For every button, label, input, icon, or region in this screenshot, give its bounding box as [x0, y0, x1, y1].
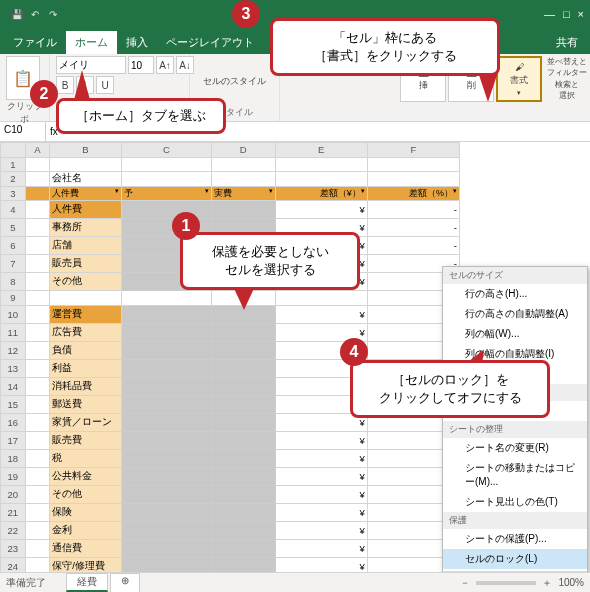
cell[interactable] — [212, 521, 276, 539]
cell[interactable] — [25, 237, 50, 255]
cell[interactable]: その他 — [50, 485, 122, 503]
cell[interactable]: 利益 — [50, 359, 122, 377]
cell[interactable]: 事務所 — [50, 219, 122, 237]
cell[interactable] — [25, 449, 50, 467]
cell[interactable]: 差額（%）▾ — [367, 186, 459, 201]
cell[interactable] — [212, 539, 276, 557]
cell[interactable] — [121, 467, 211, 485]
cell[interactable]: ¥ — [275, 485, 367, 503]
cell[interactable]: ¥ — [275, 305, 367, 323]
font-name-select[interactable] — [56, 56, 126, 74]
cell[interactable]: 保守/修理費 — [50, 557, 122, 572]
cell[interactable] — [50, 291, 122, 306]
row-header[interactable]: 11 — [1, 323, 26, 341]
cell[interactable] — [121, 503, 211, 521]
row-header[interactable]: 16 — [1, 413, 26, 431]
cell[interactable] — [25, 431, 50, 449]
bold-button[interactable]: B — [56, 76, 74, 94]
row-header[interactable]: 22 — [1, 521, 26, 539]
cell[interactable] — [212, 395, 276, 413]
cell[interactable]: 負債 — [50, 341, 122, 359]
cell[interactable] — [25, 485, 50, 503]
cell[interactable] — [275, 291, 367, 306]
underline-button[interactable]: U — [96, 76, 114, 94]
zoom-in-button[interactable]: ＋ — [542, 576, 552, 590]
increase-font-icon[interactable]: A↑ — [156, 56, 174, 74]
cell[interactable] — [121, 431, 211, 449]
row-header[interactable]: 7 — [1, 255, 26, 273]
row-header[interactable]: 1 — [1, 157, 26, 172]
table-row[interactable]: 17販売費¥- — [1, 431, 460, 449]
row-header[interactable]: 6 — [1, 237, 26, 255]
share-button[interactable]: 共有 — [548, 31, 586, 54]
cell-styles-button[interactable]: セルのスタイル — [203, 75, 266, 88]
table-row[interactable]: 10運営費¥- — [1, 305, 460, 323]
cell[interactable] — [367, 172, 459, 187]
cell[interactable] — [25, 172, 50, 187]
cell[interactable] — [121, 449, 211, 467]
table-row[interactable]: 21保険¥- — [1, 503, 460, 521]
cell[interactable]: その他 — [50, 273, 122, 291]
cell[interactable] — [121, 377, 211, 395]
cell[interactable] — [25, 557, 50, 572]
cell[interactable] — [25, 291, 50, 306]
cell[interactable] — [25, 157, 50, 172]
cell[interactable] — [121, 359, 211, 377]
cell[interactable] — [25, 359, 50, 377]
row-header[interactable]: 19 — [1, 467, 26, 485]
menu-move-copy-sheet[interactable]: シートの移動またはコピー(M)... — [443, 458, 587, 492]
cell[interactable] — [212, 467, 276, 485]
row-header[interactable]: 13 — [1, 359, 26, 377]
find-select-button[interactable]: 検索と 選択 — [544, 79, 590, 101]
close-button[interactable]: × — [578, 8, 584, 20]
cell[interactable]: 実費▾ — [212, 186, 276, 201]
menu-autofit-row[interactable]: 行の高さの自動調整(A) — [443, 304, 587, 324]
row-header[interactable]: 15 — [1, 395, 26, 413]
cell[interactable]: ¥ — [275, 503, 367, 521]
row-header[interactable]: 24 — [1, 557, 26, 572]
select-all-corner[interactable] — [1, 143, 26, 158]
format-cell-button[interactable]: 🖌書式▾ — [496, 56, 542, 102]
cell[interactable] — [25, 323, 50, 341]
cell[interactable] — [121, 305, 211, 323]
zoom-slider[interactable] — [476, 581, 536, 585]
table-row[interactable]: 23通信費¥- — [1, 539, 460, 557]
cell[interactable] — [121, 291, 211, 306]
row-header[interactable]: 10 — [1, 305, 26, 323]
cell[interactable] — [121, 201, 211, 219]
maximize-button[interactable]: □ — [563, 8, 570, 20]
cell[interactable]: 通信費 — [50, 539, 122, 557]
cell[interactable] — [25, 255, 50, 273]
col-d[interactable]: D — [212, 143, 276, 158]
cell[interactable] — [25, 201, 50, 219]
cell[interactable] — [25, 186, 50, 201]
spreadsheet-grid[interactable]: A B C D E F 12会社名3人件費▾予▾実費▾差額（¥）▾差額（%）▾4… — [0, 142, 460, 572]
table-row[interactable]: 3人件費▾予▾実費▾差額（¥）▾差額（%）▾ — [1, 186, 460, 201]
cell[interactable]: ¥ — [275, 431, 367, 449]
table-row[interactable]: 22金利¥- — [1, 521, 460, 539]
cell[interactable] — [212, 557, 276, 572]
cell[interactable] — [121, 557, 211, 572]
cell[interactable]: ¥ — [275, 557, 367, 572]
cell[interactable]: 消耗品費 — [50, 377, 122, 395]
cell[interactable] — [212, 377, 276, 395]
cell[interactable] — [50, 157, 122, 172]
cell[interactable] — [25, 377, 50, 395]
row-header[interactable]: 21 — [1, 503, 26, 521]
sheet-tab-active[interactable]: 経費 — [66, 573, 108, 592]
row-header[interactable]: 20 — [1, 485, 26, 503]
cell[interactable]: 運営費 — [50, 305, 122, 323]
table-row[interactable]: 4人件費¥- — [1, 201, 460, 219]
cell[interactable] — [212, 449, 276, 467]
cell[interactable]: 人件費 — [50, 201, 122, 219]
menu-protect-sheet[interactable]: シートの保護(P)... — [443, 529, 587, 549]
cell[interactable] — [25, 273, 50, 291]
row-header[interactable]: 4 — [1, 201, 26, 219]
cell[interactable] — [25, 413, 50, 431]
cell[interactable] — [121, 172, 211, 187]
row-header[interactable]: 23 — [1, 539, 26, 557]
row-header[interactable]: 8 — [1, 273, 26, 291]
cell[interactable]: 差額（¥）▾ — [275, 186, 367, 201]
cell[interactable] — [25, 305, 50, 323]
menu-tab-color[interactable]: シート見出しの色(T) — [443, 492, 587, 512]
